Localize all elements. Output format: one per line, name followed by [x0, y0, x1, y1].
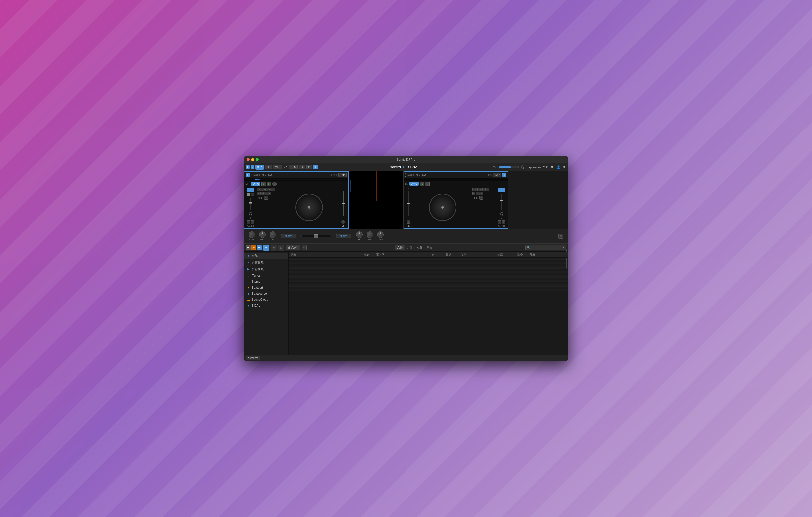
- table-row[interactable]: [289, 262, 568, 264]
- table-row[interactable]: [289, 257, 568, 260]
- headphones-icon[interactable]: 🎧: [520, 165, 525, 170]
- left-mid-knob[interactable]: [259, 231, 266, 238]
- right-loop-16[interactable]: 16: [479, 192, 484, 195]
- right-pitch-reset[interactable]: ◎: [407, 220, 410, 223]
- tab-history[interactable]: 历史...: [425, 245, 437, 250]
- right-waveform-icon[interactable]: ≋: [488, 174, 490, 176]
- cue-point-1[interactable]: [247, 188, 254, 192]
- right-low-knob[interactable]: [377, 231, 383, 238]
- minimize-button[interactable]: [251, 158, 254, 161]
- sidebar-item-itunes[interactable]: ♫ iTunes: [244, 273, 288, 279]
- loop-2[interactable]: 2: [257, 192, 260, 195]
- search-box[interactable]: 🔍 ✕: [525, 245, 566, 250]
- right-volume-slider[interactable]: [501, 194, 502, 210]
- left-plus-button[interactable]: +: [251, 220, 254, 224]
- left-loop-icon[interactable]: ⟲: [264, 195, 268, 200]
- table-row[interactable]: [289, 260, 568, 262]
- list-view-button[interactable]: ≡: [263, 245, 269, 250]
- right-loop-1-2[interactable]: 1/2: [477, 188, 482, 191]
- add-button[interactable]: +: [246, 245, 251, 250]
- left-volume-slider[interactable]: [250, 198, 251, 210]
- right-loop-1[interactable]: 1: [483, 188, 485, 191]
- right-pitch-slider[interactable]: [408, 191, 409, 216]
- right-pencil-icon[interactable]: ✎: [490, 174, 492, 176]
- right-loop-8[interactable]: 8: [476, 192, 478, 195]
- left-loop-button[interactable]: ↺: [272, 182, 277, 186]
- left-eject-icon[interactable]: ⏏: [342, 224, 344, 227]
- search-input[interactable]: [531, 246, 561, 249]
- user-icon[interactable]: 👤: [556, 165, 561, 170]
- left-minus-button[interactable]: −: [247, 220, 250, 224]
- left-low-knob[interactable]: [249, 231, 255, 238]
- sidebar-item-all[interactable]: ✦ 全部...: [244, 252, 288, 259]
- right-cue-button[interactable]: ⏮: [420, 182, 424, 186]
- gear-icon-library[interactable]: ⚙: [301, 245, 307, 250]
- table-row[interactable]: [289, 289, 568, 291]
- analyze-button[interactable]: 分析文件: [286, 245, 300, 250]
- settings-icon[interactable]: ⚙: [550, 165, 555, 170]
- table-row[interactable]: [289, 282, 568, 284]
- rec-button[interactable]: REC: [289, 165, 298, 169]
- shield-icon[interactable]: 🛡: [283, 165, 288, 170]
- album-view-button[interactable]: ◫: [278, 245, 284, 250]
- sidebar-item-stems[interactable]: ≡ Stems: [244, 279, 288, 285]
- loop-4[interactable]: 4: [260, 192, 263, 195]
- table-row[interactable]: [289, 273, 568, 275]
- left-play-button[interactable]: ▶: [267, 182, 271, 186]
- deck1-number[interactable]: 1: [246, 165, 250, 169]
- table-row[interactable]: [289, 269, 568, 271]
- left-sync-button[interactable]: SYNC: [251, 182, 260, 186]
- table-row[interactable]: [289, 280, 568, 282]
- left-prev-arrow[interactable]: ◀: [257, 196, 260, 199]
- settings-icon-mixer[interactable]: ⊞: [558, 234, 563, 239]
- table-row[interactable]: [289, 267, 568, 269]
- loop-1-4[interactable]: 1/4: [262, 188, 267, 191]
- left-headphone-icon[interactable]: 🎧: [249, 212, 253, 216]
- left-hi-knob[interactable]: [270, 231, 276, 238]
- right-play-button[interactable]: ▶: [425, 182, 430, 186]
- right-filter-button[interactable]: FILTER: [336, 234, 351, 238]
- right-loop-2[interactable]: 2: [486, 188, 489, 191]
- autoplay-button[interactable]: Autoplay: [246, 356, 260, 360]
- loop-1-8[interactable]: 1/8: [257, 188, 262, 191]
- right-turntable[interactable]: [429, 194, 457, 221]
- right-minus-button[interactable]: −: [498, 220, 501, 224]
- sidebar-item-audio[interactable]: ♪ 所有音频...: [244, 259, 288, 266]
- sidebar-item-tidal[interactable]: ◈ TIDAL: [244, 303, 288, 309]
- tab-prepare[interactable]: 准备: [415, 245, 425, 250]
- add-blue-button[interactable]: ◆: [257, 245, 262, 250]
- right-plus-button[interactable]: +: [502, 220, 505, 224]
- left-cue-button[interactable]: ⏮: [261, 182, 266, 186]
- right-loop-icon[interactable]: ⟲: [480, 195, 484, 200]
- right-loop-4[interactable]: 4: [472, 192, 475, 195]
- table-row[interactable]: [289, 264, 568, 267]
- fx-button[interactable]: FX: [299, 165, 306, 169]
- tab-files[interactable]: 文件: [395, 245, 405, 250]
- sidebar-item-beatsource[interactable]: ◆ Beatsource: [244, 291, 288, 297]
- right-headphone-icon[interactable]: 🎧: [500, 212, 504, 216]
- crossfader[interactable]: [301, 235, 331, 237]
- sidebar-item-video[interactable]: ▶ 所有视频...: [244, 266, 288, 273]
- left-rotate-icon[interactable]: ↺: [250, 217, 252, 219]
- tab-browse[interactable]: 浏览: [405, 245, 414, 250]
- layout-button[interactable]: 水平: [255, 165, 264, 170]
- left-pitch-reset[interactable]: ◎: [341, 220, 345, 223]
- right-hi-knob[interactable]: [356, 231, 362, 238]
- grid-view-button[interactable]: ⊞: [271, 245, 277, 250]
- right-rotate-icon[interactable]: ↺: [501, 217, 503, 219]
- loop-16[interactable]: 16: [267, 192, 271, 195]
- deck2-number[interactable]: 2: [251, 165, 255, 169]
- help-label[interactable]: 帮助: [543, 165, 548, 169]
- right-mid-knob[interactable]: [367, 231, 373, 238]
- right-eject-icon[interactable]: ⏏: [407, 224, 410, 227]
- close-button[interactable]: [247, 158, 250, 161]
- waveform-icon[interactable]: ≋: [330, 174, 332, 176]
- loop-1-2[interactable]: 1/2: [267, 188, 272, 191]
- lib-button[interactable]: LIB: [265, 165, 272, 169]
- table-row[interactable]: [289, 271, 568, 273]
- right-next-arrow[interactable]: ▶: [476, 196, 479, 199]
- search-clear-button[interactable]: ✕: [562, 246, 564, 249]
- loop-8[interactable]: 8: [264, 192, 267, 195]
- master-level[interactable]: [499, 166, 519, 168]
- left-next-arrow[interactable]: ▶: [261, 196, 264, 199]
